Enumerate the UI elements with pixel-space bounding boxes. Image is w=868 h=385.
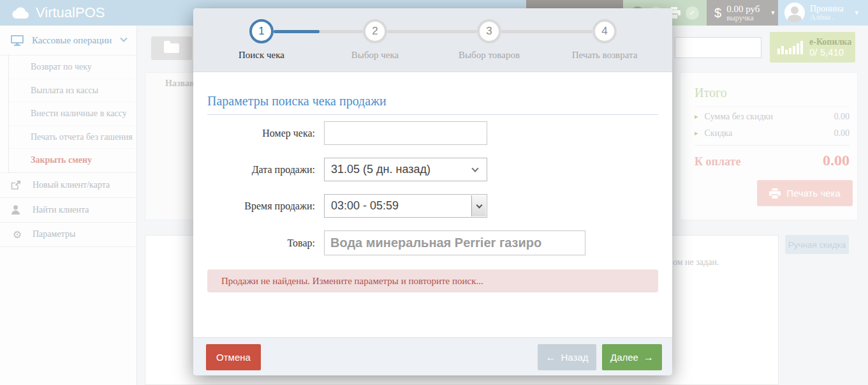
cloud-icon [11,7,29,19]
kopilka-value: 0/ 5,410 [809,47,851,57]
step-circle-2[interactable]: 2 [363,19,387,43]
product-input[interactable] [324,230,585,255]
wizard-steps: 1 2 3 4 Поиск чека Выбор чека Выбор това… [193,8,672,72]
partial-status-text: ом не задан. [673,257,719,268]
step-circle-3[interactable]: 3 [477,19,501,43]
check-circle-icon-2[interactable] [686,6,699,20]
modal-footer: Отмена Назад Далее [193,337,672,375]
chevron-down-icon [476,202,482,208]
totals-title: Итого [695,86,850,107]
person-icon [11,205,24,215]
folder-icon [164,43,179,53]
avatar [784,3,805,23]
form-row-sale-date: Дата продажи: 31.05 (5 дн. назад) [207,158,658,181]
bar-chart-icon [777,40,803,54]
sale-time-label: Время продажи: [207,200,324,212]
sale-date-label: Дата продажи: [207,164,324,176]
caret-down-icon [770,10,776,16]
to-pay-row: К оплате 0.00 [695,152,850,169]
receipt-number-label: Номер чека: [207,128,324,139]
next-button[interactable]: Далее [602,344,662,370]
form-row-receipt-number: Номер чека: [207,121,658,145]
error-message: Продажи не найдены. Измените параметры и… [207,269,658,292]
search-form: Номер чека: Дата продажи: 31.05 (5 дн. н… [207,121,658,255]
step-circle-4[interactable]: 4 [592,19,617,43]
revenue-dropdown[interactable]: $ 0.00 руб выручка [707,0,778,26]
step-label-2: Выбор чека [327,50,423,61]
caret-down-icon [854,10,860,16]
form-row-product: Товар: [207,230,658,255]
arrow-left-icon [546,352,556,363]
dollar-icon: $ [714,6,721,20]
receipt-number-input[interactable] [324,121,487,145]
app-title: VirtualPOS [36,4,105,21]
cancel-button[interactable]: Отмена [206,344,261,370]
select-arrow-box [471,195,486,216]
step-connector [387,30,477,33]
print-receipt-button[interactable]: Печать чека [757,180,853,206]
printer-icon [769,188,781,199]
sidebar-item-parameters[interactable]: Параметры [0,222,136,247]
totals-panel: Итого Сумма без скидки 0.00 Скидка 0.00 … [680,72,858,220]
step-label-4: Печать возврата [557,50,652,61]
product-label: Товар: [207,238,324,249]
sidebar-item-new-client[interactable]: Новый клиент/карта [0,172,136,197]
back-button[interactable]: Назад [538,344,596,370]
sidebar-submenu: Возврат по чеку Выплата из кассы Внести … [8,56,136,172]
divider [695,145,850,146]
step-connector [501,30,592,33]
revenue-label: выручка [726,14,760,22]
triangle-right-icon[interactable] [695,112,698,121]
return-wizard-modal: 1 2 3 4 Поиск чека Выбор чека Выбор това… [193,8,672,375]
arrow-right-icon [644,352,654,363]
search-params-title: Параметры поиска чека продажи [207,94,658,115]
step-progress [274,30,320,33]
gear-icon [11,229,24,241]
manual-discount-button[interactable]: Ручная скидка [785,235,849,254]
user-menu[interactable]: Пронина Алёна . [778,0,868,26]
folder-button[interactable] [151,36,192,60]
step-label-1: Поиск чека [214,50,309,61]
sidebar: Кассовые операции Возврат по чеку Выплат… [0,26,137,385]
totals-row-subtotal: Сумма без скидки 0.00 [695,110,850,123]
sidebar-item-payout[interactable]: Выплата из кассы [9,79,136,103]
sidebar-item-find-client[interactable]: Найти клиента [0,197,136,222]
sidebar-item-cash-operations[interactable]: Кассовые операции [0,26,136,56]
product-search-input[interactable] [675,37,761,58]
sidebar-item-close-shift[interactable]: Закрыть смену [9,149,136,172]
sidebar-item-print-report[interactable]: Печать отчета без гашения [9,126,136,149]
form-row-sale-time: Время продажи: 03:00 - 05:59 [207,194,658,218]
monitor-icon [11,35,24,46]
sidebar-item-deposit-cash[interactable]: Внести наличные в кассу [9,102,136,126]
sale-date-select[interactable]: 31.05 (5 дн. назад) [324,158,487,181]
triangle-right-icon[interactable] [695,129,698,137]
sale-time-select[interactable]: 03:00 - 05:59 [324,194,487,218]
totals-row-discount: Скидка 0.00 [695,126,850,140]
user-name-2: Алёна . [810,13,844,22]
kopilka-title: е-Копилка [809,37,851,47]
e-kopilka-badge[interactable]: е-Копилка 0/ 5,410 [770,32,855,63]
user-name: Пронина [810,4,844,13]
step-label-3: Выбор товаров [441,50,537,61]
chevron-down-icon [120,35,127,42]
chevron-down-icon [471,165,478,172]
step-circle-1[interactable]: 1 [249,19,274,43]
external-link-icon [11,180,24,190]
revenue-amount: 0.00 руб [726,4,760,14]
modal-body: Параметры поиска чека продажи Номер чека… [193,94,672,292]
sidebar-item-return-by-receipt[interactable]: Возврат по чеку [9,56,136,79]
